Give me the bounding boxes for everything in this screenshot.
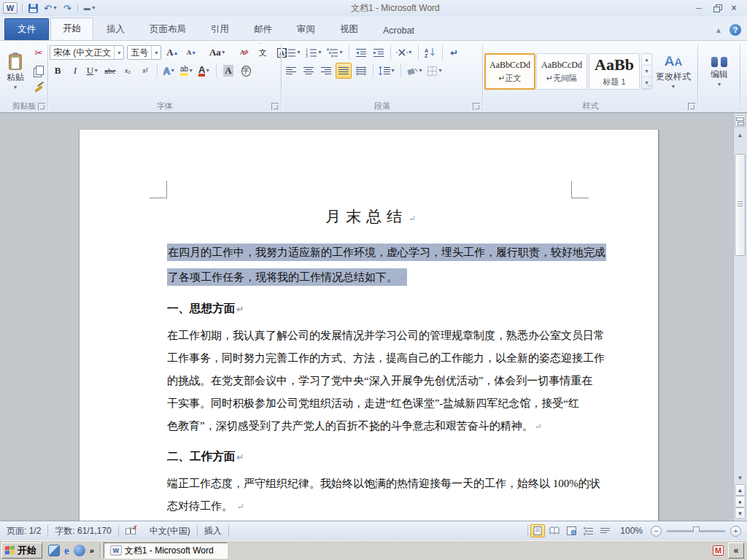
paragraph-dialog-launcher[interactable] [473, 103, 480, 110]
styles-more-button[interactable]: ▼̲ [642, 77, 651, 89]
styles-scroll-down[interactable]: ▼ [642, 66, 651, 77]
scrollbar-thumb[interactable] [735, 154, 746, 256]
distribute-button[interactable] [353, 63, 369, 79]
tab-insert[interactable]: 插入 [95, 19, 136, 40]
copy-button[interactable] [31, 62, 47, 78]
collapse-ribbon-button[interactable]: ▲ [715, 26, 722, 34]
undo-button[interactable]: ↶▼ [42, 1, 59, 15]
taskbar-item-word[interactable]: W 文档1 - Microsoft Word [104, 542, 228, 559]
help-icon[interactable]: ? [729, 24, 741, 36]
tab-mailings[interactable]: 邮件 [242, 19, 284, 40]
save-button[interactable] [27, 1, 39, 15]
language-indicator[interactable]: 中文(中国) [143, 525, 197, 537]
subscript-button[interactable]: x₂ [120, 63, 136, 79]
grow-font-button[interactable]: A▲ [164, 44, 180, 61]
proofing-status[interactable]: ✗ [119, 526, 143, 535]
align-right-button[interactable] [318, 63, 334, 79]
font-name-combo[interactable]: 宋体 (中文正文▼ [50, 45, 124, 60]
start-button[interactable]: 开始 [1, 542, 42, 559]
character-shading-button[interactable]: A [220, 63, 236, 79]
zoom-slider-thumb[interactable] [693, 526, 700, 535]
underline-button[interactable]: U▼ [85, 63, 101, 79]
paste-button[interactable]: 粘贴 ▼ [1, 43, 29, 100]
tray-collapse-button[interactable]: « [728, 542, 744, 559]
multilevel-list-button[interactable]: ▼ [325, 44, 345, 61]
draft-view-button[interactable] [597, 524, 612, 537]
quicklaunch-overflow-chevron[interactable]: » [90, 546, 94, 555]
internet-explorer-icon[interactable]: e [64, 545, 69, 557]
highlight-color-button[interactable]: ab▼ [179, 63, 195, 79]
font-color-button[interactable]: A▼ [196, 63, 212, 79]
tab-review[interactable]: 审阅 [285, 19, 327, 40]
previous-page-button[interactable]: ▲ [735, 484, 746, 496]
tray-m-icon[interactable]: M [713, 545, 724, 556]
font-dialog-launcher[interactable] [271, 103, 279, 110]
outline-view-button[interactable] [581, 524, 595, 537]
tab-file[interactable]: 文件 [4, 18, 49, 40]
zoom-level[interactable]: 100% [614, 526, 649, 536]
quicklaunch-window-icon[interactable] [48, 545, 60, 556]
zoom-out-button[interactable]: − [651, 526, 662, 537]
page-indicator[interactable]: 页面: 1/2 [0, 525, 47, 537]
bullets-button[interactable]: ▼ [283, 44, 303, 61]
zoom-in-button[interactable]: + [730, 526, 741, 537]
ruler-toggle-button[interactable] [735, 115, 746, 127]
vertical-scrollbar[interactable]: ▲ ▼ ▲ ● ▼ [733, 114, 747, 521]
customize-qat-button[interactable]: ▬▼ [82, 1, 98, 15]
justify-button[interactable] [336, 63, 352, 79]
asian-layout-button[interactable]: ▼ [395, 44, 414, 61]
minimize-button[interactable]: ─ [693, 4, 705, 12]
shrink-font-button[interactable]: A▼ [183, 44, 199, 61]
page[interactable]: 月末总结 在四月的工作中，我努力适应新的工作环境，虚心学习，埋头工作，履行职责，… [79, 130, 658, 521]
styles-dialog-launcher[interactable] [688, 103, 695, 110]
clipboard-dialog-launcher[interactable] [38, 103, 45, 110]
messenger-icon[interactable] [74, 545, 85, 556]
style-no-spacing[interactable]: AaBbCcDd ↵无间隔 [536, 53, 587, 90]
tab-page-layout[interactable]: 页面布局 [138, 19, 198, 40]
close-button[interactable]: × [728, 4, 740, 12]
italic-button[interactable]: I [67, 63, 83, 79]
strikethrough-button[interactable]: abc [102, 63, 118, 79]
increase-indent-button[interactable] [371, 44, 387, 61]
phonetic-guide-button[interactable]: 文 [255, 44, 271, 61]
line-spacing-button[interactable]: ▼ [377, 63, 397, 79]
word-logo-icon[interactable]: W [3, 2, 18, 14]
document-content[interactable]: 月末总结 在四月的工作中，我努力适应新的工作环境，虚心学习，埋头工作，履行职责，… [167, 206, 574, 521]
change-case-button[interactable]: Aa▼ [209, 44, 225, 61]
print-layout-view-button[interactable] [530, 524, 545, 537]
restore-button[interactable] [711, 4, 722, 12]
show-paragraph-marks-button[interactable]: ↵ [446, 44, 462, 61]
superscript-button[interactable]: x² [137, 63, 153, 79]
fullscreen-reading-view-button[interactable] [547, 524, 562, 537]
scroll-up-button[interactable]: ▲ [735, 130, 746, 141]
style-heading1[interactable]: AaBb 标题 1 [589, 53, 640, 90]
shading-button[interactable]: ▼ [405, 63, 425, 79]
numbering-button[interactable]: 123▼ [304, 44, 324, 61]
word-count[interactable]: 字数: 61/1,170 [48, 525, 117, 537]
editing-button[interactable]: 编辑 ▼ [701, 43, 738, 100]
redo-button[interactable]: ↷ [62, 1, 73, 15]
tab-view[interactable]: 视图 [328, 19, 370, 40]
change-styles-button[interactable]: AA 更改样式 ▼ [653, 54, 694, 89]
tab-acrobat[interactable]: Acrobat [371, 21, 426, 40]
select-browse-object-button[interactable]: ● [735, 496, 746, 508]
bold-button[interactable]: B [50, 63, 66, 79]
clear-formatting-button[interactable]: A [236, 44, 252, 61]
borders-button[interactable]: ▼ [426, 63, 444, 79]
web-layout-view-button[interactable] [564, 524, 578, 537]
zoom-slider[interactable] [667, 530, 725, 532]
cut-button[interactable]: ✂ [31, 44, 47, 61]
format-painter-button[interactable] [31, 79, 47, 96]
text-effects-button[interactable]: A▼ [161, 63, 177, 79]
align-left-button[interactable] [283, 63, 299, 79]
font-size-combo[interactable]: 五号▼ [127, 45, 161, 60]
align-center-button[interactable] [301, 63, 317, 79]
style-normal[interactable]: AaBbCcDd ↵正文 [484, 53, 535, 90]
styles-scroll-up[interactable]: ▲ [642, 54, 651, 66]
sort-button[interactable]: AZ [422, 44, 438, 61]
enclose-characters-button[interactable]: 字 [238, 63, 254, 79]
scroll-down-button[interactable]: ▼ [735, 472, 746, 483]
next-page-button[interactable]: ▼ [735, 508, 746, 519]
tab-home[interactable]: 开始 [50, 18, 93, 40]
decrease-indent-button[interactable] [353, 44, 369, 61]
